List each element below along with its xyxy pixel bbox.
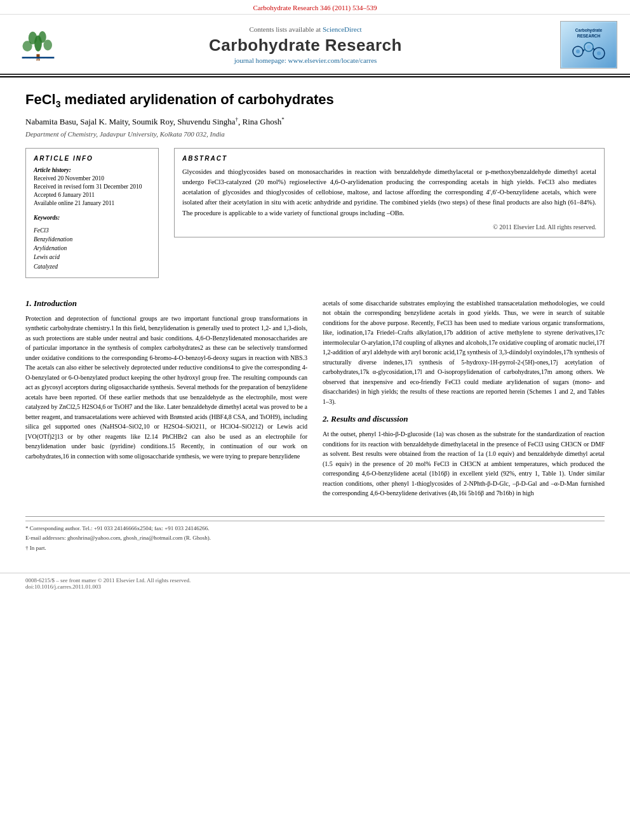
received-revised-date: Received in revised form 31 December 201…: [34, 183, 151, 191]
section1-para2: acetals of some disaccharide substrates …: [323, 298, 605, 407]
dagger-note: † In part.: [25, 544, 605, 553]
svg-point-19: [597, 51, 601, 55]
article-footer: * Corresponding author. Tel.: +91 033 24…: [25, 516, 605, 553]
journal-header: ELSEVIER Contents lists available at Sci…: [0, 15, 630, 75]
abstract-col: ABSTRACT Glycosides and thioglycosides b…: [174, 148, 605, 286]
journal-header-center: Contents lists available at ScienceDirec…: [64, 25, 547, 64]
footer-divider: [25, 521, 605, 521]
article-info-abstract-row: ARTICLE INFO Article history: Received 2…: [25, 148, 605, 286]
doi-line: doi:10.1016/j.carres.2011.01.003: [25, 583, 605, 590]
email-address: E-mail addresses: ghoshrina@yahoo.com, g…: [25, 534, 605, 543]
received-date: Received 20 November 2010: [34, 175, 151, 183]
abstract-box: ABSTRACT Glycosides and thioglycosides b…: [174, 148, 605, 237]
svg-text:ELSEVIER: ELSEVIER: [25, 58, 48, 62]
svg-point-17: [576, 50, 580, 53]
carbohydrate-research-logo-icon: Carbohydrate RESEARCH: [562, 23, 616, 67]
section1-heading: 1. Introduction: [25, 298, 307, 309]
bottom-bar: 0008-6215/$ – see front matter © 2011 El…: [0, 573, 630, 594]
journal-logo-area: Carbohydrate RESEARCH: [547, 21, 617, 69]
keyword-5: Catalyzed: [34, 262, 151, 271]
journal-title: Carbohydrate Research: [64, 36, 547, 55]
body-content: 1. Introduction Protection and deprotect…: [25, 298, 605, 503]
section2-para1: At the outset, phenyl 1-thio-β-D-glucosi…: [323, 429, 605, 498]
header-divider: [0, 76, 630, 77]
keyword-3: Arylidenation: [34, 244, 151, 253]
journal-homepage: journal homepage: www.elsevier.com/locat…: [64, 57, 547, 64]
journal-ref: Carbohydrate Research 346 (2011) 534–539: [253, 4, 377, 11]
svg-point-3: [22, 41, 32, 51]
homepage-text: journal homepage: www.elsevier.com/locat…: [234, 57, 377, 64]
body-col-right: acetals of some disaccharide substrates …: [323, 298, 605, 503]
svg-text:RESEARCH: RESEARCH: [577, 34, 600, 38]
article-info-box: ARTICLE INFO Article history: Received 2…: [25, 148, 159, 278]
article-main: FeCl3 mediated arylidenation of carbohyd…: [0, 79, 630, 566]
author2-sup: *: [281, 116, 285, 123]
article-info-col: ARTICLE INFO Article history: Received 2…: [25, 148, 159, 286]
issn-line: 0008-6215/$ – see front matter © 2011 El…: [25, 577, 605, 583]
history-label: Article history:: [34, 167, 151, 173]
section1-para1: Protection and deprotection of functiona…: [25, 314, 307, 462]
abstract-text: Glycosides and thioglycosides based on m…: [182, 167, 596, 218]
top-bar: Carbohydrate Research 346 (2011) 534–539: [0, 0, 630, 15]
section2-heading: 2. Results and discussion: [323, 414, 605, 424]
accepted-date: Accepted 6 January 2011: [34, 191, 151, 199]
author-list: Nabamita Basu, Sajal K. Maity, Soumik Ro…: [25, 117, 236, 127]
svg-point-18: [587, 45, 591, 49]
sciencedirect-text[interactable]: ScienceDirect: [323, 25, 362, 33]
body-col-left: 1. Introduction Protection and deprotect…: [25, 298, 307, 503]
keyword-2: Benzylidenation: [34, 235, 151, 244]
title-text-part1: FeCl3 mediated arylidenation of carbohyd…: [25, 91, 334, 107]
authors-line: Nabamita Basu, Sajal K. Maity, Soumik Ro…: [25, 116, 605, 127]
elsevier-tree-icon: ELSEVIER: [19, 27, 57, 62]
journal-logo-image: Carbohydrate RESEARCH: [560, 21, 617, 69]
keyword-4: Lewis acid: [34, 253, 151, 262]
keywords-label: Keywords:: [34, 215, 151, 221]
article-title: FeCl3 mediated arylidenation of carbohyd…: [25, 91, 605, 110]
abstract-title: ABSTRACT: [182, 155, 596, 162]
affiliation: Department of Chemistry, Jadavpur Univer…: [25, 130, 605, 138]
available-date: Available online 21 January 2011: [34, 199, 151, 208]
copyright-notice: © 2011 Elsevier Ltd. All rights reserved…: [182, 223, 596, 230]
sciencedirect-link: Contents lists available at ScienceDirec…: [64, 25, 547, 33]
svg-point-4: [43, 39, 52, 50]
svg-text:Carbohydrate: Carbohydrate: [575, 28, 602, 33]
author2: , Rina Ghosh: [238, 117, 281, 127]
elsevier-logo-area: ELSEVIER: [13, 27, 64, 62]
keywords-box: FeCl3 Benzylidenation Arylidenation Lewi…: [34, 226, 151, 271]
title-sub3: 3: [56, 99, 61, 109]
keyword-1: FeCl3: [34, 226, 151, 235]
svg-point-5: [34, 36, 42, 51]
article-info-title: ARTICLE INFO: [34, 155, 151, 162]
corresponding-author: * Corresponding author. Tel.: +91 033 24…: [25, 524, 605, 533]
